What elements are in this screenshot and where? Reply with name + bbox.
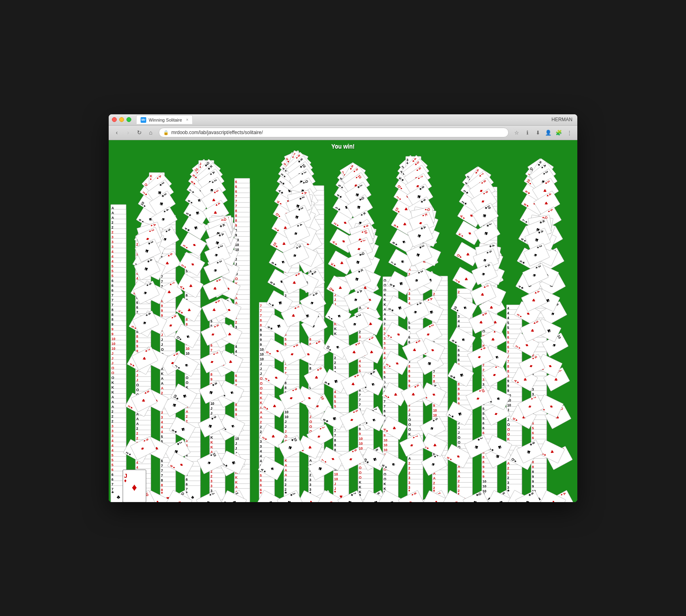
game-area: You win! You win! 10 ♥ ♥ 10 xyxy=(109,140,577,502)
forward-button[interactable]: › xyxy=(123,128,133,137)
nav-bar: ‹ › ↻ ⌂ 🔒 mrdoob.com/lab/javascript/effe… xyxy=(109,126,577,140)
browser-window: Mr Winning Solitaire × HERMAN ‹ › ↻ ⌂ 🔒 … xyxy=(109,114,577,502)
close-button[interactable] xyxy=(112,117,117,122)
refresh-button[interactable]: ↻ xyxy=(135,128,144,137)
tab-close-button[interactable]: × xyxy=(186,118,189,122)
tab-title: Winning Solitaire xyxy=(149,118,182,122)
profile-button[interactable]: 👤 xyxy=(543,128,553,137)
win-message: You win! xyxy=(331,143,354,150)
extensions-button[interactable]: 🧩 xyxy=(554,128,564,137)
tab-area: Mr Winning Solitaire × xyxy=(136,115,551,124)
game-canvas xyxy=(109,140,577,502)
info-button[interactable]: ℹ xyxy=(522,128,532,137)
tab-favicon: Mr xyxy=(141,117,146,123)
lock-icon: 🔒 xyxy=(163,130,169,135)
minimize-button[interactable] xyxy=(119,117,124,122)
url-text: mrdoob.com/lab/javascript/effects/solita… xyxy=(171,130,504,135)
menu-button[interactable]: ⋮ xyxy=(564,128,574,137)
home-button[interactable]: ⌂ xyxy=(146,128,156,137)
maximize-button[interactable] xyxy=(126,117,131,122)
traffic-lights xyxy=(112,117,131,122)
active-tab[interactable]: Mr Winning Solitaire × xyxy=(136,115,193,124)
title-bar: Mr Winning Solitaire × HERMAN xyxy=(109,114,577,126)
address-bar[interactable]: 🔒 mrdoob.com/lab/javascript/effects/soli… xyxy=(159,128,509,137)
back-button[interactable]: ‹ xyxy=(112,128,122,137)
nav-actions: ☆ ℹ ⬇ 👤 🧩 ⋮ xyxy=(512,128,574,137)
star-button[interactable]: ☆ xyxy=(512,128,522,137)
download-button[interactable]: ⬇ xyxy=(533,128,543,137)
user-name: HERMAN xyxy=(551,117,574,122)
